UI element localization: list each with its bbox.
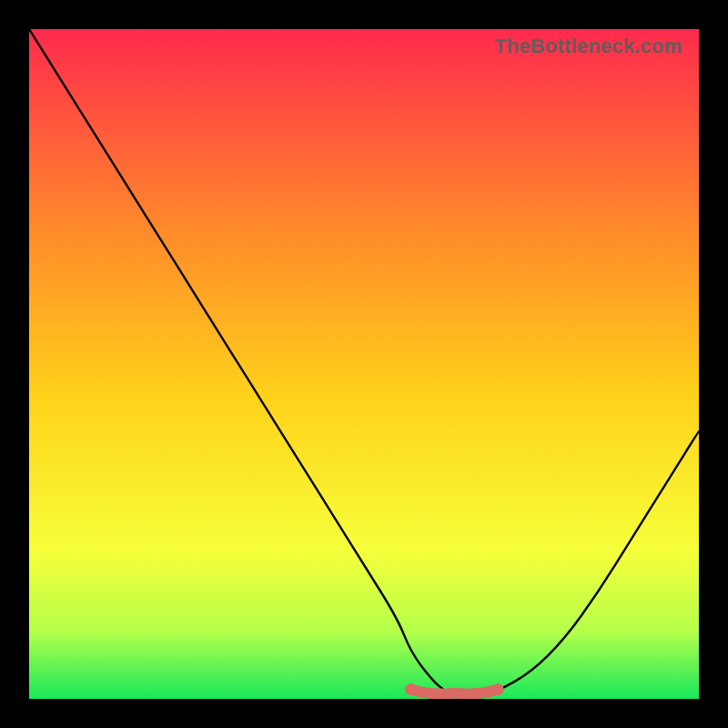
watermark-text: TheBottleneck.com (495, 35, 682, 58)
chart-frame: TheBottleneck.com (0, 0, 728, 728)
plot-area: TheBottleneck.com (29, 29, 699, 699)
svg-point-1 (405, 683, 417, 695)
bottleneck-curve (29, 29, 699, 695)
curve-layer (29, 29, 699, 699)
optimal-range-marker (405, 683, 504, 695)
svg-point-2 (492, 683, 504, 695)
